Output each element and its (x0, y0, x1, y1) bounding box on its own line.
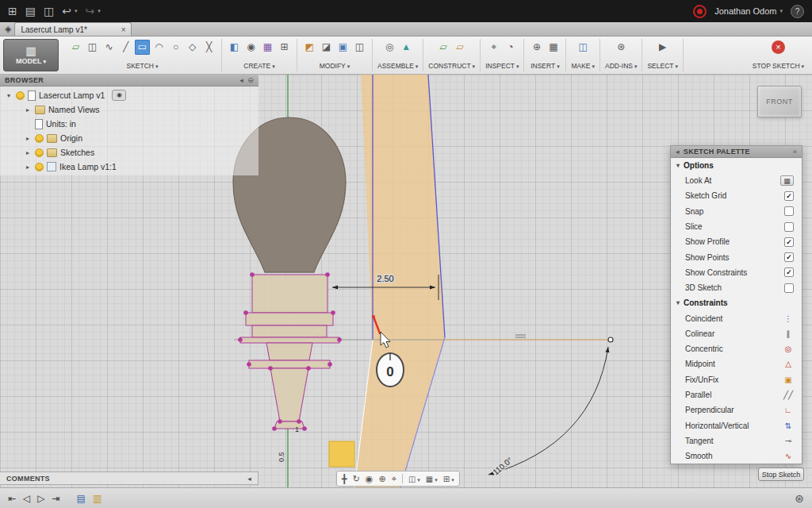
dimension-width-value[interactable]: 2.50 (377, 274, 393, 283)
visibility-bulb-icon[interactable] (35, 163, 44, 171)
display-settings-icon[interactable]: ⊞ (443, 475, 454, 483)
create-tool-icon[interactable]: ◧ (227, 40, 242, 55)
timeline-feature-icon[interactable]: ▤ (77, 493, 86, 504)
document-tab[interactable]: Lasercut Lamp v1* × (14, 22, 132, 36)
constraint-icon[interactable]: ▣ (783, 375, 794, 384)
undo-icon[interactable]: ↩ (62, 5, 71, 17)
visibility-bulb-icon[interactable] (35, 148, 44, 157)
palette-constraint-row[interactable]: Horizontal/Vertical ⇅ (671, 418, 802, 433)
toolbar-menu-assemble[interactable]: ASSEMBLE (377, 62, 418, 70)
option-control[interactable] (784, 222, 794, 232)
insert-tool-icon[interactable]: ▦ (546, 40, 561, 55)
modify-tool-icon[interactable]: ▣ (335, 40, 350, 55)
constraint-icon[interactable]: ◎ (783, 344, 794, 353)
sketch-tool-icon[interactable]: ╱ (118, 40, 133, 55)
tab-close-icon[interactable]: × (121, 25, 126, 34)
playback-icon[interactable]: ◁ (23, 493, 30, 504)
constraint-icon[interactable]: ⋮ (783, 314, 794, 323)
browser-collapse-icon[interactable]: ◂ (239, 76, 243, 84)
nav-tool-icon[interactable]: ⌖ (392, 474, 396, 484)
insert-tool-icon[interactable]: ⊕ (529, 40, 544, 55)
sketch-tool-icon[interactable]: ◫ (85, 40, 100, 55)
assemble-tool-icon[interactable]: ▲ (399, 40, 414, 55)
angle-dimension[interactable]: 110.0° (488, 347, 608, 477)
browser-header[interactable]: BROWSER ◂ ⊖ (0, 75, 259, 87)
palette-constraint-row[interactable]: Perpendicular ∟ (671, 402, 802, 418)
palette-collapse-icon[interactable]: ◂ (676, 148, 680, 156)
user-menu[interactable]: Jonathan Odom (714, 6, 776, 16)
sketch-tool-icon[interactable]: ∿ (102, 40, 117, 55)
disclosure-icon[interactable]: ▸ (24, 106, 32, 114)
visibility-bulb-icon[interactable] (35, 134, 44, 143)
viewcube[interactable]: FRONT (757, 86, 802, 117)
sketch-tool-icon[interactable]: ◇ (185, 40, 200, 55)
browser-tree-item[interactable]: ▸ Ikea Lamp v1:1 (0, 160, 259, 174)
nav-tool-icon[interactable]: ↻ (353, 474, 360, 484)
assemble-tool-icon[interactable]: ◎ (382, 40, 397, 55)
dimension-angle-value[interactable]: 110.0° (491, 456, 514, 477)
nav-tool-icon[interactable]: ╋ (342, 474, 347, 484)
sketch-tool-icon[interactable]: ○ (168, 40, 183, 55)
app-menu-icon[interactable]: ⊞ (8, 5, 17, 17)
save-icon[interactable]: ◫ (44, 5, 54, 17)
comments-bar[interactable]: COMMENTS ◂ (0, 471, 259, 485)
option-control[interactable]: ✓ (784, 191, 794, 201)
option-control[interactable] (784, 283, 794, 293)
playback-icon[interactable]: ⇥ (52, 493, 60, 504)
addins-tool-icon[interactable]: ⊛ (614, 40, 629, 55)
toolbar-menu-construct[interactable]: CONSTRUCT (428, 62, 475, 70)
option-control[interactable]: ✓ (784, 252, 794, 262)
sketch-profile-region[interactable] (354, 75, 445, 487)
disclosure-icon[interactable]: ▾ (5, 92, 13, 99)
browser-tree-item[interactable]: ▸ Named Views (0, 102, 259, 117)
make-tool-icon[interactable]: ◫ (576, 40, 591, 55)
redo-icon[interactable]: ↪ (85, 5, 94, 17)
nav-tool-icon[interactable]: ⊕ (378, 474, 385, 484)
toolbar-menu-make[interactable]: MAKE (571, 62, 595, 70)
constraint-icon[interactable]: ∥ (783, 329, 794, 338)
sketch-tool-icon[interactable]: ▭ (135, 40, 150, 55)
browser-tree-item[interactable]: ▸ Origin (0, 131, 259, 145)
create-tool-icon[interactable]: ◉ (243, 40, 259, 55)
create-tool-icon[interactable]: ⊞ (277, 40, 292, 55)
record-icon[interactable] (693, 5, 707, 18)
select-tool-icon[interactable]: ▶ (655, 40, 670, 55)
palette-expand-icon[interactable]: » (793, 148, 797, 156)
constraints-section-header[interactable]: Constraints (671, 295, 802, 310)
redo-caret-icon[interactable]: ▾ (98, 8, 101, 14)
browser-tree-item[interactable]: ▾ Lasercut Lamp v1 ◉ (0, 88, 259, 102)
comments-collapse-icon[interactable]: ◂ (247, 475, 251, 483)
nav-tool-icon[interactable]: ◉ (366, 474, 373, 484)
data-panel-icon[interactable]: ▤ (25, 5, 36, 17)
toolbar-menu-inspect[interactable]: INSPECT (485, 62, 519, 70)
toolbar-menu-create[interactable]: CREATE (227, 62, 292, 70)
toolbar-menu-addins[interactable]: ADD-INS (605, 62, 637, 70)
settings-gear-icon[interactable]: ⊛ (795, 492, 804, 505)
browser-tree-item[interactable]: ▸ Sketches (0, 145, 259, 160)
option-control[interactable]: ✓ (784, 267, 794, 277)
constraint-icon[interactable]: ╱╱ (783, 391, 794, 399)
constraint-icon[interactable]: △ (783, 360, 794, 368)
palette-constraint-row[interactable]: Concentric ◎ (671, 341, 802, 356)
palette-header[interactable]: ◂ SKETCH PALETTE » (671, 146, 802, 158)
help-icon[interactable]: ? (791, 5, 804, 18)
toolbar-menu-select[interactable]: SELECT (647, 62, 678, 70)
palette-constraint-row[interactable]: Midpoint △ (671, 356, 802, 371)
palette-constraint-row[interactable]: Smooth ∿ (671, 448, 802, 464)
sketch-tool-icon[interactable]: ▱ (68, 40, 83, 55)
modify-tool-icon[interactable]: ◫ (352, 40, 367, 55)
constraint-icon[interactable]: ∟ (783, 406, 794, 414)
palette-constraint-row[interactable]: Parallel ╱╱ (671, 387, 802, 402)
timeline-feature-icon[interactable]: ▥ (93, 493, 102, 504)
stop-sketch-button[interactable]: Stop Sketch (758, 468, 804, 481)
constraint-icon[interactable]: ⇅ (783, 421, 794, 430)
toolbar-menu-sketch[interactable]: SKETCH (68, 62, 216, 70)
options-section-header[interactable]: Options (671, 158, 802, 173)
toolbar-menu-modify[interactable]: MODIFY (302, 62, 367, 70)
disclosure-icon[interactable]: ▸ (24, 149, 32, 156)
browser-tree-item[interactable]: Units: in (0, 117, 259, 131)
palette-constraint-row[interactable]: Colinear ∥ (671, 326, 802, 341)
inspect-tool-icon[interactable]: ⌖ (486, 40, 501, 55)
create-tool-icon[interactable]: ▦ (260, 40, 275, 55)
inspect-tool-icon[interactable]: ◔ (503, 40, 518, 55)
